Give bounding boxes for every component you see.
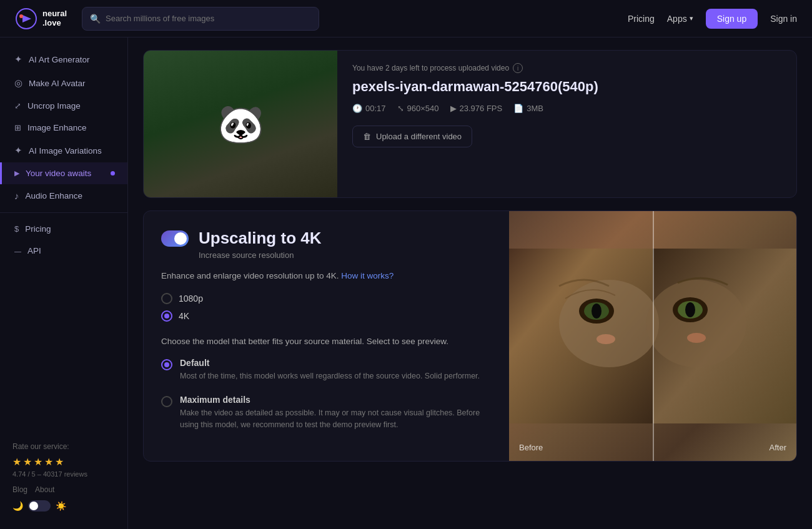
sidebar-footer-links: Blog About	[12, 485, 115, 494]
video-duration: 🕐 00:17	[352, 104, 386, 113]
logo[interactable]: neural .love	[15, 7, 67, 30]
toggle-thumb	[29, 502, 38, 510]
radio-circle-default	[161, 359, 172, 370]
sidebar-item-label: AI Art Generator	[29, 55, 90, 64]
svg-point-6	[646, 280, 746, 367]
model-info-default: Default Most of the time, this model wor…	[180, 358, 480, 382]
svg-point-2	[19, 14, 23, 18]
video-fps: ▶ 23.976 FPS	[450, 104, 503, 113]
sidebar-bottom-nav: $ Pricing — API	[0, 218, 127, 262]
model-name-default: Default	[180, 358, 480, 368]
resolution-icon: ⤡	[397, 104, 404, 113]
video-filename: pexels-iyan-darmawan-5254760(540p)	[352, 78, 781, 96]
video-notice: You have 2 days left to process uploaded…	[352, 63, 781, 73]
sidebar-item-ai-art-generator[interactable]: ✦ AI Art Generator	[0, 47, 127, 71]
video-resolution: ⤡ 960×540	[397, 104, 439, 113]
sidebar: ✦ AI Art Generator ◎ Make AI Avatar ⤢ Un…	[0, 37, 128, 529]
api-icon: —	[14, 247, 21, 255]
svg-point-12	[685, 302, 695, 317]
logo-line1: neural	[42, 9, 67, 18]
svg-marker-1	[22, 15, 31, 22]
search-input[interactable]	[106, 14, 311, 23]
resolution-radio-group: 1080p 4K	[161, 293, 492, 322]
resolution-option-1080p[interactable]: 1080p	[161, 293, 492, 304]
model-option-default[interactable]: Default Most of the time, this model wor…	[161, 358, 492, 382]
sidebar-item-uncrop-image[interactable]: ⤢ Uncrop Image	[0, 95, 127, 117]
video-thumbnail: 🐼	[144, 51, 337, 197]
upload-different-video-button[interactable]: 🗑 Upload a different video	[352, 126, 472, 147]
pricing-icon: $	[14, 224, 19, 234]
about-link[interactable]: About	[35, 485, 54, 494]
video-info-card: 🐼 You have 2 days left to process upload…	[143, 50, 797, 198]
nav-pricing[interactable]: Pricing	[628, 14, 655, 24]
model-desc-default: Most of the time, this model works well …	[180, 370, 480, 382]
fps-icon: ▶	[450, 104, 457, 113]
preview-label-after: After	[770, 443, 786, 452]
sidebar-item-pricing[interactable]: $ Pricing	[0, 218, 127, 240]
upscale-description: Enhance and enlarge video resolution up …	[161, 271, 492, 280]
preview-divider	[653, 211, 654, 461]
upscale-toggle[interactable]	[161, 230, 189, 247]
panda-image: 🐼	[144, 51, 337, 197]
search-icon: 🔍	[90, 14, 101, 24]
video-meta: 🕐 00:17 ⤡ 960×540 ▶ 23.976 FPS 📄 3MB	[352, 104, 781, 113]
star-rating[interactable]: ★ ★ ★ ★ ★	[12, 456, 115, 468]
preview-label-before: Before	[519, 443, 543, 452]
model-desc-maximum-details: Make the video as detailed as possible. …	[180, 407, 492, 431]
upscale-title: Upscaling to 4K	[199, 229, 321, 248]
sidebar-nav: ✦ AI Art Generator ◎ Make AI Avatar ⤢ Un…	[0, 47, 127, 207]
audio-enhance-icon: ♪	[14, 190, 19, 201]
signin-button[interactable]: Sign in	[770, 14, 797, 24]
upscale-preview: Before After	[509, 211, 796, 461]
sidebar-item-label: Audio Enhance	[26, 191, 83, 200]
sidebar-item-make-ai-avatar[interactable]: ◎ Make AI Avatar	[0, 71, 127, 95]
sidebar-item-label: Image Enhance	[27, 123, 87, 132]
toggle-track[interactable]	[28, 500, 51, 512]
sidebar-item-label: Make AI Avatar	[29, 79, 86, 88]
blog-link[interactable]: Blog	[12, 485, 27, 494]
sidebar-item-api[interactable]: — API	[0, 240, 127, 262]
header-nav: Pricing Apps ▾ Sign up Sign in	[628, 9, 797, 29]
model-info-maximum-details: Maximum details Make the video as detail…	[180, 395, 492, 431]
sidebar-item-label: API	[27, 246, 41, 255]
sidebar-item-label: AI Image Variations	[29, 146, 102, 156]
upscale-left-panel: Upscaling to 4K Increase source resoluti…	[144, 211, 509, 461]
search-bar[interactable]: 🔍	[82, 7, 319, 31]
sidebar-item-audio-enhance[interactable]: ♪ Audio Enhance	[0, 184, 127, 207]
radio-circle-1080p	[161, 293, 172, 304]
upload-icon: 🗑	[363, 132, 371, 141]
variations-icon: ✦	[14, 145, 22, 156]
upscale-card: Upscaling to 4K Increase source resoluti…	[143, 210, 797, 462]
rate-service-label: Rate our service:	[12, 442, 115, 451]
model-option-maximum-details[interactable]: Maximum details Make the video as detail…	[161, 395, 492, 431]
avatar-icon: ◎	[14, 77, 22, 89]
info-icon: i	[513, 63, 523, 73]
header: neural .love 🔍 Pricing Apps ▾ Sign up Si…	[0, 0, 812, 37]
svg-point-13	[597, 334, 615, 344]
upscale-header: Upscaling to 4K	[161, 229, 492, 248]
signup-button[interactable]: Sign up	[706, 9, 758, 29]
radio-label-1080p: 1080p	[179, 294, 203, 304]
video-info: You have 2 days left to process uploaded…	[337, 51, 796, 197]
sidebar-item-your-video-awaits[interactable]: ▶ Your video awaits	[0, 162, 127, 184]
sun-icon: ☀️	[56, 501, 66, 511]
video-size: 📄 3MB	[513, 104, 543, 113]
rating-text: 4.74 / 5 – 40317 reviews	[12, 470, 115, 478]
resolution-option-4k[interactable]: 4K	[161, 310, 492, 322]
radio-label-4k: 4K	[179, 311, 189, 321]
nav-apps[interactable]: Apps ▾	[667, 14, 693, 24]
sidebar-item-image-enhance[interactable]: ⊞ Image Enhance	[0, 117, 127, 139]
svg-point-9	[592, 304, 602, 319]
notification-dot	[111, 171, 115, 176]
chevron-down-icon: ▾	[690, 14, 693, 22]
toggle-thumb	[174, 232, 187, 245]
uncrop-icon: ⤢	[14, 101, 21, 111]
model-name-maximum-details: Maximum details	[180, 395, 492, 405]
radio-circle-4k	[161, 310, 172, 322]
clock-icon: 🕐	[352, 104, 362, 113]
sidebar-item-ai-image-variations[interactable]: ✦ AI Image Variations	[0, 139, 127, 162]
upscale-subtitle: Increase source resolution	[199, 250, 492, 260]
model-section-prompt: Choose the model that better fits your s…	[161, 335, 492, 348]
sidebar-divider	[0, 212, 127, 213]
theme-toggle[interactable]: 🌙 ☀️	[12, 500, 115, 512]
